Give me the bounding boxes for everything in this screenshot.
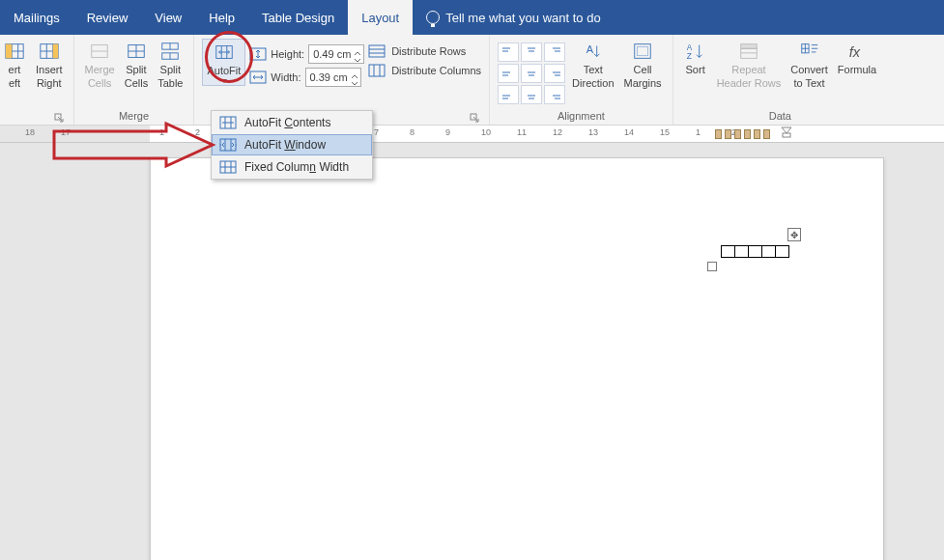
svg-rect-55 bbox=[741, 44, 758, 49]
height-value: 0.49 cm bbox=[313, 48, 351, 60]
autofit-window-label: AutoFit Window bbox=[244, 138, 326, 152]
fixed-width-label: Fixed Column Width bbox=[244, 160, 349, 174]
height-spinner[interactable] bbox=[354, 47, 361, 61]
insert-right-label-top: Insert bbox=[36, 64, 63, 75]
split-cells-button[interactable]: Split Cells bbox=[122, 39, 151, 91]
autofit-button[interactable]: AutoFit bbox=[202, 39, 245, 86]
tab-table-design[interactable]: Table Design bbox=[248, 0, 348, 35]
width-label: Width: bbox=[271, 71, 300, 83]
width-spinner[interactable] bbox=[351, 70, 358, 84]
align-top-center[interactable] bbox=[521, 42, 542, 62]
ruler-tab-stop[interactable] bbox=[715, 129, 722, 139]
cell-margins-label-bottom: Margins bbox=[624, 77, 662, 89]
horizontal-ruler[interactable]: 181712345678910111213141512 bbox=[0, 126, 944, 143]
autofit-contents-item[interactable]: AutoFit Contents bbox=[212, 111, 372, 134]
autofit-window-item[interactable]: AutoFit Window bbox=[212, 134, 372, 155]
ruler-number: 15 bbox=[660, 127, 670, 137]
ruler-tab-stop[interactable] bbox=[725, 129, 731, 139]
svg-rect-25 bbox=[369, 45, 385, 57]
autofit-icon bbox=[214, 42, 235, 63]
tab-review[interactable]: Review bbox=[73, 0, 142, 35]
convert-to-text-button[interactable]: Convert to Text bbox=[787, 39, 831, 91]
dialog-launcher-cell-size[interactable] bbox=[470, 112, 479, 122]
cell-margins-label-top: Cell bbox=[634, 64, 652, 75]
text-direction-button[interactable]: A Text Direction bbox=[569, 39, 616, 91]
ruler-number: 8 bbox=[410, 127, 415, 137]
table-resize-handle[interactable] bbox=[707, 262, 717, 271]
tab-layout[interactable]: Layout bbox=[348, 0, 413, 35]
split-table-icon bbox=[159, 41, 181, 62]
insert-left-label-bottom: eft bbox=[9, 77, 20, 89]
distribute-rows-label: Distribute Rows bbox=[391, 45, 466, 57]
height-label: Height: bbox=[271, 48, 304, 60]
formula-label: Formula bbox=[838, 64, 876, 75]
align-mid-right[interactable] bbox=[544, 64, 565, 83]
table-move-handle[interactable]: ✥ bbox=[787, 228, 801, 241]
ruler-tab-stop[interactable] bbox=[763, 129, 770, 139]
height-input[interactable]: 0.49 cm bbox=[308, 44, 364, 64]
repeat-header-icon bbox=[738, 41, 759, 62]
tab-view[interactable]: View bbox=[141, 0, 195, 35]
svg-text:fx: fx bbox=[849, 44, 861, 60]
ruler-number: 10 bbox=[481, 127, 491, 137]
ruler-number: 7 bbox=[374, 127, 379, 137]
merge-cells-label-top: Merge bbox=[85, 64, 115, 75]
repeat-header-label-bottom: Header Rows bbox=[717, 77, 782, 89]
insert-left-icon bbox=[4, 41, 25, 62]
formula-button[interactable]: fx Formula bbox=[835, 39, 879, 91]
ruler-tab-stop[interactable] bbox=[734, 129, 741, 139]
align-mid-left[interactable] bbox=[498, 64, 519, 83]
align-top-right[interactable] bbox=[544, 42, 565, 62]
align-bot-left[interactable] bbox=[498, 85, 519, 104]
tab-help[interactable]: Help bbox=[195, 0, 248, 35]
sort-icon: AZ bbox=[685, 41, 706, 62]
ruler-tab-stop[interactable] bbox=[754, 129, 760, 139]
insert-right-icon bbox=[39, 41, 60, 62]
width-value: 0.39 cm bbox=[310, 71, 348, 83]
cell-margins-button[interactable]: Cell Margins bbox=[621, 39, 665, 91]
autofit-window-icon bbox=[219, 137, 237, 153]
svg-rect-28 bbox=[369, 65, 385, 76]
inserted-table[interactable]: ✥ bbox=[721, 245, 789, 258]
repeat-header-label-top: Repeat bbox=[731, 64, 765, 75]
group-alignment: A Text Direction Cell Margins Alignment bbox=[490, 35, 673, 125]
document-page[interactable]: ✥ bbox=[150, 157, 884, 560]
tab-bar: Mailings Review View Help Table Design L… bbox=[0, 0, 944, 35]
svg-rect-56 bbox=[741, 48, 758, 58]
ruler-number: 14 bbox=[624, 127, 634, 137]
align-mid-center[interactable] bbox=[521, 64, 542, 83]
distribute-columns-icon bbox=[368, 64, 386, 77]
text-direction-icon: A bbox=[583, 41, 604, 62]
ruler-number: 13 bbox=[588, 127, 598, 137]
width-input[interactable]: 0.39 cm bbox=[305, 68, 361, 87]
document-area: ✥ bbox=[0, 143, 944, 560]
tell-me-search[interactable]: Tell me what you want to do bbox=[413, 0, 614, 35]
ruler-number: 2 bbox=[195, 127, 200, 137]
fixed-column-width-item[interactable]: Fixed Column Width bbox=[212, 155, 372, 179]
ruler-indent-marker[interactable] bbox=[781, 126, 792, 138]
align-bot-right[interactable] bbox=[544, 85, 565, 104]
align-top-left[interactable] bbox=[498, 42, 519, 62]
tab-mailings[interactable]: Mailings bbox=[0, 0, 73, 35]
svg-rect-4 bbox=[6, 44, 12, 59]
insert-left-button[interactable]: ert eft bbox=[0, 39, 29, 91]
autofit-contents-icon bbox=[219, 115, 237, 130]
svg-rect-9 bbox=[52, 44, 57, 59]
ruler-number: 11 bbox=[517, 127, 527, 137]
insert-right-button[interactable]: Insert Right bbox=[33, 39, 66, 91]
split-cells-label-bottom: Cells bbox=[125, 77, 148, 89]
split-table-button[interactable]: Split Table bbox=[155, 39, 186, 91]
distribute-columns-button[interactable]: Distribute Columns bbox=[368, 64, 481, 77]
sort-button[interactable]: AZ Sort bbox=[681, 39, 710, 91]
distribute-rows-button[interactable]: Distribute Rows bbox=[368, 44, 481, 58]
group-label-rows-cols bbox=[0, 109, 66, 123]
sort-label: Sort bbox=[686, 64, 705, 75]
table-grid[interactable] bbox=[721, 245, 789, 258]
ruler-number: 17 bbox=[61, 127, 71, 137]
formula-icon: fx bbox=[846, 41, 868, 62]
distribute-rows-icon bbox=[368, 44, 386, 58]
split-table-label-top: Split bbox=[160, 64, 181, 75]
align-bot-center[interactable] bbox=[521, 85, 542, 104]
ruler-tab-stop[interactable] bbox=[744, 129, 751, 139]
dialog-launcher-rows-cols[interactable] bbox=[54, 112, 64, 122]
